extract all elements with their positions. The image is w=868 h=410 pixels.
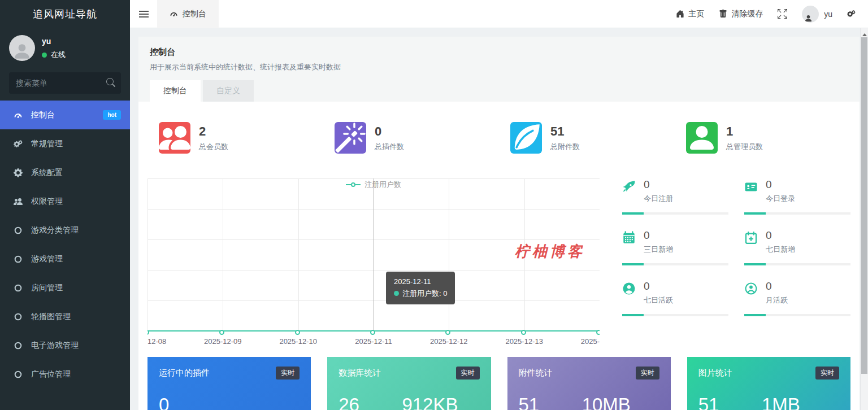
clear-cache-button[interactable]: 清除缓存: [719, 9, 763, 19]
mini-stat-2: 0三日新增: [622, 229, 728, 265]
sidebar-item-0[interactable]: 控制台hot: [0, 101, 130, 129]
realtime-badge: 实时: [456, 367, 480, 380]
mini-stat-label: 今日登录: [766, 194, 795, 204]
x-axis-tick-label: 2025-12-12: [430, 337, 468, 346]
watermark: 柠柚博客: [515, 242, 585, 261]
series-dot-icon: [394, 291, 399, 296]
summary-card-1[interactable]: 0总插件数: [323, 122, 499, 154]
sidebar-item-6[interactable]: 房间管理: [0, 273, 130, 302]
home-button[interactable]: 主页: [676, 9, 704, 19]
content-area: 控制台 用于展示当前系统中的统计数据、统计报表及重要实时数据 控制台 自定义 2…: [130, 28, 868, 410]
realtime-badge: 实时: [636, 367, 659, 380]
progress-bar: [744, 212, 850, 215]
data-point-marker: [295, 330, 300, 335]
sidebar-item-label: 电子游戏管理: [31, 341, 121, 351]
circle-outline-icon: [14, 283, 26, 293]
realtime-badge: 实时: [815, 367, 839, 380]
sidebar-item-1[interactable]: 常规管理: [0, 129, 130, 158]
sidebar-item-5[interactable]: 游戏管理: [0, 245, 130, 273]
realtime-value: 912KB: [402, 394, 458, 410]
chart-tooltip: 2025-12-11 注册用户数: 0: [386, 272, 455, 304]
registered-users-chart[interactable]: 注册用户数 2025-12-082025-12-092025-12-102025…: [147, 178, 600, 346]
progress-bar: [622, 212, 728, 215]
sidebar: 追风网址导航 yu 在线 控制台hot常规管理系统配置权限管理游戏分类管理游戏管…: [0, 0, 130, 410]
summary-card-2[interactable]: 51总附件数: [499, 122, 675, 154]
summary-card-0[interactable]: 2总会员数: [147, 122, 323, 154]
search-input[interactable]: [9, 72, 121, 94]
tab-custom[interactable]: 自定义: [203, 80, 254, 102]
topbar-tab-dashboard[interactable]: 控制台: [157, 0, 219, 28]
mini-stat-value: 0: [766, 280, 788, 293]
circle-outline-icon: [14, 255, 26, 264]
hot-badge: hot: [103, 110, 121, 120]
members-icon: [159, 122, 190, 154]
mini-stat-label: 今日注册: [644, 194, 673, 204]
mini-stat-value: 0: [644, 178, 673, 191]
circle-outline-icon: [14, 312, 26, 321]
chart-legend[interactable]: 注册用户数: [346, 180, 401, 190]
user-circle-icon: [622, 282, 636, 306]
scrollbar-thumb[interactable]: [861, 37, 867, 374]
sidebar-item-2[interactable]: 系统配置: [0, 158, 130, 187]
realtime-card-0[interactable]: 运行中的插件实时0: [147, 357, 311, 410]
tooltip-date: 2025-12-11: [394, 276, 447, 288]
search-icon[interactable]: [106, 78, 115, 87]
legend-marker-icon: [351, 182, 355, 187]
realtime-card-3[interactable]: 图片统计实时511MB: [687, 357, 850, 410]
sidebar-item-8[interactable]: 电子游戏管理: [0, 331, 130, 360]
settings-button[interactable]: [847, 10, 856, 18]
realtime-card-1[interactable]: 数据库统计实时26912KB: [327, 357, 491, 410]
calendar-plus-icon: [744, 231, 758, 255]
sidebar-item-7[interactable]: 轮播图管理: [0, 302, 130, 331]
data-point-marker: [370, 330, 375, 335]
home-icon: [676, 10, 684, 18]
brand-title: 追风网址导航: [0, 0, 130, 28]
realtime-value: 10MB: [582, 394, 631, 410]
tab-dashboard[interactable]: 控制台: [150, 80, 201, 102]
user-panel: yu 在线: [0, 28, 130, 67]
summary-label: 总会员数: [199, 142, 228, 152]
realtime-value: 26: [338, 394, 402, 410]
x-axis-tick-label: 2025-12-08: [147, 337, 166, 346]
data-point-marker: [521, 330, 526, 335]
avatar: [802, 6, 819, 23]
summary-label: 总附件数: [550, 142, 580, 152]
summary-value: 2: [199, 124, 228, 139]
summary-card-3[interactable]: 1总管理员数: [675, 122, 850, 154]
mini-stat-value: 0: [766, 229, 795, 242]
realtime-value: 1MB: [762, 394, 800, 410]
progress-bar: [622, 263, 728, 265]
gridline: [298, 178, 299, 331]
hamburger-menu-icon[interactable]: [130, 0, 157, 28]
avatar: [9, 35, 35, 61]
realtime-value: 51: [519, 394, 582, 410]
scroll-up-arrow-icon[interactable]: [862, 31, 867, 36]
sidebar-item-label: 游戏分类管理: [31, 225, 121, 235]
sidebar-menu: 控制台hot常规管理系统配置权限管理游戏分类管理游戏管理房间管理轮播图管理电子游…: [0, 101, 130, 389]
gears-icon: [847, 10, 856, 18]
scrollbar[interactable]: [860, 28, 868, 410]
main-area: 控制台 主页 清除缓存 yu 控制台: [130, 0, 868, 410]
tooltip-value: 注册用户数: 0: [394, 288, 447, 300]
home-label: 主页: [688, 9, 704, 19]
dashboard-panel: 控制台 用于展示当前系统中的统计数据、统计报表及重要实时数据 控制台 自定义 2…: [138, 37, 860, 410]
progress-fill: [744, 314, 766, 316]
user-dropdown[interactable]: yu: [802, 6, 832, 23]
sidebar-item-label: 轮播图管理: [31, 312, 121, 322]
leaf-icon: [510, 122, 542, 154]
expand-icon: [778, 9, 787, 19]
mini-stat-3: 0七日新增: [744, 229, 850, 265]
circle-outline-icon: [14, 370, 26, 379]
mini-stat-label: 三日新增: [644, 245, 673, 255]
mini-stats-grid: 0今日注册0今日登录0三日新增0七日新增0七日活跃0月活跃: [622, 178, 850, 346]
progress-fill: [622, 263, 644, 265]
realtime-card-2[interactable]: 附件统计实时5110MB: [507, 357, 671, 410]
sidebar-item-9[interactable]: 广告位管理: [0, 360, 130, 389]
mini-stat-4: 0七日活跃: [622, 280, 728, 316]
clear-cache-label: 清除缓存: [731, 9, 763, 19]
sidebar-item-4[interactable]: 游戏分类管理: [0, 216, 130, 245]
fullscreen-button[interactable]: [778, 9, 787, 19]
legend-line-icon: [355, 184, 361, 185]
realtime-card-title: 附件统计: [519, 368, 553, 378]
sidebar-item-3[interactable]: 权限管理: [0, 187, 130, 216]
